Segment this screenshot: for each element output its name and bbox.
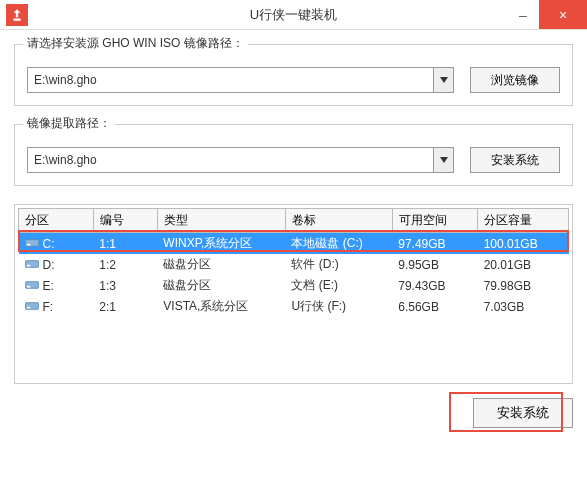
- extract-group: 镜像提取路径： E:\win8.gho 安装系统: [14, 124, 573, 186]
- cell-capacity: 7.03GB: [478, 296, 569, 317]
- install-system-button[interactable]: 安装系统: [473, 398, 573, 428]
- cell-partition: F:: [19, 296, 94, 317]
- cell-type: WINXP,系统分区: [157, 233, 285, 255]
- partition-table: 分区 编号 类型 卷标 可用空间 分区容量 C:1:1WINXP,系统分区本地磁…: [18, 208, 569, 317]
- app-icon: [6, 4, 28, 26]
- table-row[interactable]: C:1:1WINXP,系统分区本地磁盘 (C:)97.49GB100.01GB: [19, 233, 569, 255]
- source-group-label: 请选择安装源 GHO WIN ISO 镜像路径：: [23, 35, 248, 52]
- window-controls: – ×: [507, 0, 587, 29]
- bottom-button-area: 安装系统: [14, 398, 573, 428]
- cell-label: 文档 (E:): [285, 275, 392, 296]
- window-title: U行侠一键装机: [250, 6, 337, 24]
- table-header-row: 分区 编号 类型 卷标 可用空间 分区容量: [19, 209, 569, 233]
- cell-label: U行侠 (F:): [285, 296, 392, 317]
- cell-type: 磁盘分区: [157, 275, 285, 296]
- cell-free: 9.95GB: [392, 254, 477, 275]
- cell-free: 6.56GB: [392, 296, 477, 317]
- header-partition[interactable]: 分区: [19, 209, 94, 233]
- disk-icon: [25, 279, 39, 293]
- disk-icon: [25, 258, 39, 272]
- svg-rect-3: [27, 264, 30, 266]
- header-number[interactable]: 编号: [93, 209, 157, 233]
- close-button[interactable]: ×: [539, 0, 587, 29]
- svg-rect-1: [27, 243, 30, 245]
- header-free[interactable]: 可用空间: [392, 209, 477, 233]
- browse-button[interactable]: 浏览镜像: [470, 67, 560, 93]
- cell-capacity: 20.01GB: [478, 254, 569, 275]
- extract-dropdown[interactable]: E:\win8.gho: [27, 147, 454, 173]
- table-row[interactable]: D:1:2磁盘分区软件 (D:)9.95GB20.01GB: [19, 254, 569, 275]
- install-button-top[interactable]: 安装系统: [470, 147, 560, 173]
- cell-capacity: 79.98GB: [478, 275, 569, 296]
- cell-number: 1:2: [93, 254, 157, 275]
- cell-number: 1:3: [93, 275, 157, 296]
- cell-label: 软件 (D:): [285, 254, 392, 275]
- cell-free: 97.49GB: [392, 233, 477, 255]
- svg-rect-7: [27, 306, 30, 308]
- cell-partition: D:: [19, 254, 94, 275]
- header-type[interactable]: 类型: [157, 209, 285, 233]
- cell-capacity: 100.01GB: [478, 233, 569, 255]
- chevron-down-icon: [433, 68, 453, 92]
- cell-partition: E:: [19, 275, 94, 296]
- chevron-down-icon: [433, 148, 453, 172]
- titlebar: U行侠一键装机 – ×: [0, 0, 587, 30]
- cell-type: VISTA,系统分区: [157, 296, 285, 317]
- cell-type: 磁盘分区: [157, 254, 285, 275]
- cell-free: 79.43GB: [392, 275, 477, 296]
- source-group: 请选择安装源 GHO WIN ISO 镜像路径： E:\win8.gho 浏览镜…: [14, 44, 573, 106]
- cell-label: 本地磁盘 (C:): [285, 233, 392, 255]
- disk-icon: [25, 237, 39, 251]
- content-area: 请选择安装源 GHO WIN ISO 镜像路径： E:\win8.gho 浏览镜…: [0, 30, 587, 442]
- minimize-button[interactable]: –: [507, 0, 539, 29]
- svg-rect-5: [27, 285, 30, 287]
- cell-partition: C:: [19, 233, 94, 255]
- partition-table-container: 分区 编号 类型 卷标 可用空间 分区容量 C:1:1WINXP,系统分区本地磁…: [14, 204, 573, 384]
- source-dropdown[interactable]: E:\win8.gho: [27, 67, 454, 93]
- table-row[interactable]: E:1:3磁盘分区文档 (E:)79.43GB79.98GB: [19, 275, 569, 296]
- table-row[interactable]: F:2:1VISTA,系统分区U行侠 (F:)6.56GB7.03GB: [19, 296, 569, 317]
- cell-number: 1:1: [93, 233, 157, 255]
- extract-value: E:\win8.gho: [28, 153, 433, 167]
- disk-icon: [25, 300, 39, 314]
- source-value: E:\win8.gho: [28, 73, 433, 87]
- cell-number: 2:1: [93, 296, 157, 317]
- extract-group-label: 镜像提取路径：: [23, 115, 115, 132]
- header-label[interactable]: 卷标: [285, 209, 392, 233]
- header-capacity[interactable]: 分区容量: [478, 209, 569, 233]
